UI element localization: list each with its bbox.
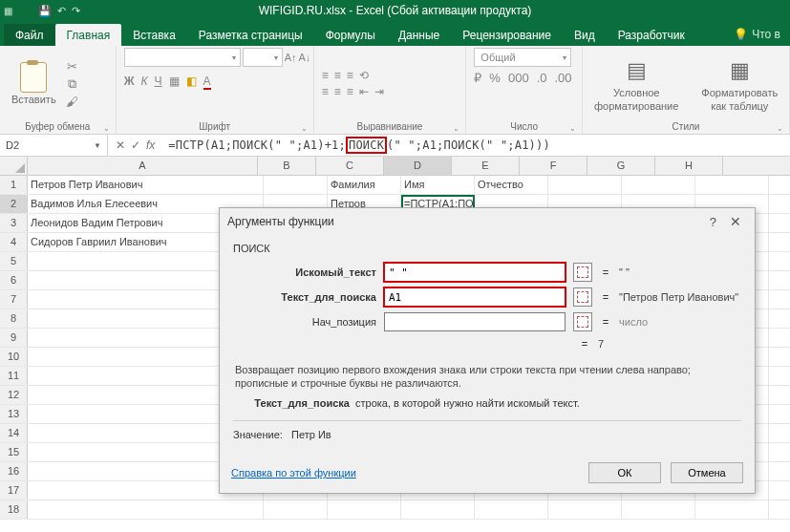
name-box[interactable]: D2▼: [0, 135, 108, 156]
cell-A1[interactable]: Петров Петр Иванович: [28, 176, 264, 194]
cell-A18[interactable]: [28, 500, 264, 519]
undo-icon[interactable]: ↶: [57, 5, 66, 17]
number-format-select[interactable]: Общий▾: [474, 48, 571, 67]
align-center-icon[interactable]: ≡: [334, 85, 341, 98]
tab-file[interactable]: Файл: [4, 24, 55, 46]
tab-formulas[interactable]: Формулы: [314, 24, 387, 46]
row-header[interactable]: 14: [0, 424, 28, 442]
format-table-button[interactable]: ▦ Форматировать как таблицу: [697, 54, 781, 114]
row-header[interactable]: 11: [0, 367, 28, 385]
format-painter-icon[interactable]: 🖌: [66, 95, 78, 109]
align-bot-icon[interactable]: ≡: [347, 69, 353, 82]
percent-icon[interactable]: %: [489, 71, 501, 85]
ok-button[interactable]: ОК: [588, 462, 661, 483]
arg3-input[interactable]: [384, 312, 566, 331]
save-icon[interactable]: 💾: [38, 5, 52, 17]
arg2-input[interactable]: [384, 287, 566, 307]
paste-button[interactable]: Вставить: [8, 61, 60, 107]
cell-G18[interactable]: [622, 500, 695, 519]
col-F[interactable]: F: [520, 157, 587, 175]
underline-button[interactable]: Ч: [155, 74, 162, 90]
font-color-button[interactable]: A: [203, 74, 211, 90]
copy-icon[interactable]: ⧉: [68, 76, 76, 92]
cell-B18[interactable]: [264, 500, 328, 519]
dec-dec-icon[interactable]: .00: [554, 71, 571, 85]
cell-E1[interactable]: Отчество: [475, 176, 548, 194]
row-header[interactable]: 4: [0, 233, 28, 251]
fx-icon[interactable]: fx: [146, 138, 155, 152]
col-B[interactable]: B: [258, 157, 316, 175]
cell-G1[interactable]: [622, 176, 695, 194]
formula-input[interactable]: =ПСТР(A1;ПОИСК(" ";A1)+1;ПОИСК(" ";A1;ПО…: [162, 138, 790, 152]
col-G[interactable]: G: [587, 157, 655, 175]
fill-color-button[interactable]: ◧: [186, 74, 197, 90]
cut-icon[interactable]: ✂: [67, 59, 77, 74]
align-mid-icon[interactable]: ≡: [334, 69, 341, 82]
grow-font-icon[interactable]: A↑: [285, 52, 297, 63]
inc-dec-icon[interactable]: .0: [537, 71, 547, 85]
row-header[interactable]: 5: [0, 252, 28, 270]
row-header[interactable]: 12: [0, 386, 28, 404]
col-C[interactable]: C: [316, 157, 384, 175]
bold-button[interactable]: Ж: [124, 74, 135, 90]
tab-dev[interactable]: Разработчик: [607, 24, 696, 46]
cell-E18[interactable]: [475, 500, 548, 519]
comma-icon[interactable]: 000: [508, 71, 529, 85]
arg3-range-picker[interactable]: [573, 312, 592, 331]
cell-F18[interactable]: [548, 500, 622, 519]
redo-icon[interactable]: ↷: [72, 5, 80, 17]
border-button[interactable]: ▦: [169, 74, 180, 90]
cancel-formula-icon[interactable]: ✕: [116, 138, 125, 152]
col-A[interactable]: A: [28, 157, 258, 175]
row-header[interactable]: 2: [0, 195, 28, 213]
accept-formula-icon[interactable]: ✓: [131, 138, 140, 152]
cell-D18[interactable]: [401, 500, 475, 519]
cell-C1[interactable]: Фамилия: [328, 176, 401, 194]
align-left-icon[interactable]: ≡: [322, 85, 329, 98]
font-size-select[interactable]: ▾: [243, 48, 283, 67]
row-header[interactable]: 17: [0, 481, 28, 500]
col-D[interactable]: D: [384, 157, 452, 175]
row-header[interactable]: 15: [0, 443, 28, 461]
row-header[interactable]: 9: [0, 329, 28, 347]
italic-button[interactable]: К: [141, 74, 148, 90]
cell-C18[interactable]: [328, 500, 401, 519]
arg2-range-picker[interactable]: [573, 287, 592, 307]
row-header[interactable]: 3: [0, 214, 28, 232]
row-header[interactable]: 10: [0, 348, 28, 366]
shrink-font-icon[interactable]: A↓: [299, 52, 311, 63]
cell-B1[interactable]: [264, 176, 328, 194]
row-header[interactable]: 7: [0, 290, 28, 309]
row-header[interactable]: 1: [0, 176, 28, 194]
indent-dec-icon[interactable]: ⇤: [359, 85, 369, 98]
tab-home[interactable]: Главная: [55, 24, 122, 46]
align-right-icon[interactable]: ≡: [347, 85, 353, 98]
dialog-titlebar[interactable]: Аргументы функции ? ✕: [220, 208, 755, 235]
close-icon[interactable]: ✕: [724, 214, 747, 229]
tab-layout[interactable]: Разметка страницы: [187, 24, 314, 46]
row-header[interactable]: 16: [0, 462, 28, 480]
tab-data[interactable]: Данные: [387, 24, 451, 46]
arg1-range-picker[interactable]: [573, 263, 592, 282]
tab-review[interactable]: Рецензирование: [451, 24, 563, 46]
cancel-button[interactable]: Отмена: [671, 462, 743, 483]
help-link[interactable]: Справка по этой функции: [231, 467, 356, 479]
indent-inc-icon[interactable]: ⇥: [374, 85, 384, 98]
select-all-corner[interactable]: [0, 157, 28, 175]
orientation-icon[interactable]: ⟲: [359, 69, 369, 82]
tell-me[interactable]: 💡Что в: [724, 23, 790, 46]
row-header[interactable]: 18: [0, 500, 28, 519]
tab-view[interactable]: Вид: [563, 24, 607, 46]
font-name-select[interactable]: ▾: [124, 48, 241, 67]
cell-H1[interactable]: [695, 176, 769, 194]
col-E[interactable]: E: [452, 157, 520, 175]
align-top-icon[interactable]: ≡: [322, 69, 329, 82]
arg1-input[interactable]: [384, 263, 566, 282]
cell-D1[interactable]: Имя: [401, 176, 475, 194]
tab-insert[interactable]: Вставка: [121, 24, 187, 46]
row-header[interactable]: 13: [0, 405, 28, 423]
currency-icon[interactable]: ₽: [474, 71, 481, 85]
row-header[interactable]: 6: [0, 271, 28, 289]
col-H[interactable]: H: [655, 157, 723, 175]
row-header[interactable]: 8: [0, 309, 28, 328]
